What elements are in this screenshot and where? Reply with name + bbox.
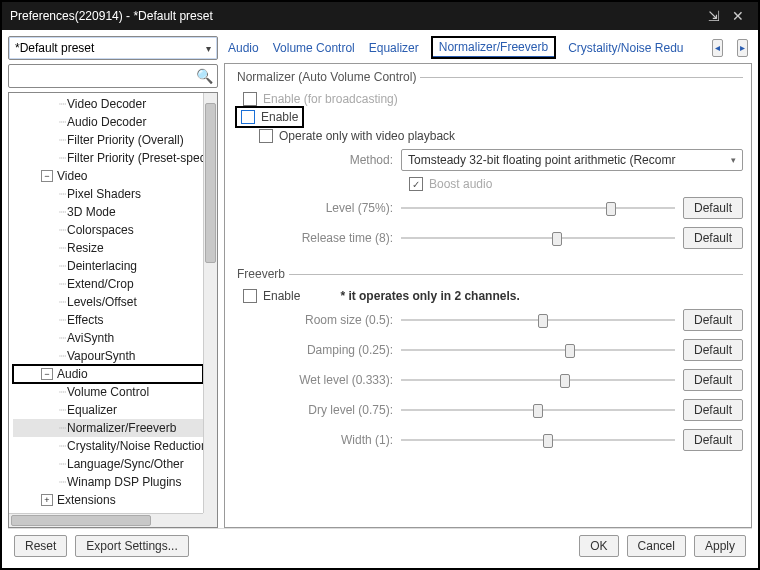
wet-default-button[interactable]: Default bbox=[683, 369, 743, 391]
dry-slider[interactable] bbox=[401, 403, 675, 417]
cancel-button[interactable]: Cancel bbox=[627, 535, 686, 557]
tabs-scroll-right-button[interactable]: ▸ bbox=[737, 39, 748, 57]
tab-normalizer-freeverb[interactable]: Normalizer/Freeverb bbox=[433, 38, 554, 57]
tab-crystality-noise-redu[interactable]: Crystality/Noise Redu bbox=[568, 41, 683, 55]
checkbox-icon bbox=[409, 177, 423, 191]
tree-item-pixel-shaders[interactable]: ┈Pixel Shaders bbox=[13, 185, 203, 203]
method-label: Method: bbox=[233, 153, 393, 167]
preset-selected: *Default preset bbox=[15, 41, 94, 55]
tab-audio[interactable]: Audio bbox=[228, 41, 259, 55]
tree-item-deinterlacing[interactable]: ┈Deinterlacing bbox=[13, 257, 203, 275]
tree-item-language-sync-other[interactable]: ┈Language/Sync/Other bbox=[13, 455, 203, 473]
width-row: Width (1): Default bbox=[233, 425, 743, 455]
chevron-down-icon: ▾ bbox=[731, 155, 736, 165]
checkbox-icon bbox=[243, 92, 257, 106]
collapse-icon: − bbox=[41, 368, 53, 380]
width-default-button[interactable]: Default bbox=[683, 429, 743, 451]
freeverb-note: * it operates only in 2 channels. bbox=[340, 289, 519, 303]
tree-item-video-decoder[interactable]: ┈Video Decoder bbox=[13, 95, 203, 113]
category-tree: ┈Video Decoder┈Audio Decoder┈Filter Prio… bbox=[8, 92, 218, 528]
expand-icon: + bbox=[41, 494, 53, 506]
damping-label: Damping (0.25): bbox=[233, 343, 393, 357]
search-box[interactable]: 🔍 bbox=[8, 64, 218, 88]
tree-item-avisynth[interactable]: ┈AviSynth bbox=[13, 329, 203, 347]
tree-item-extend-crop[interactable]: ┈Extend/Crop bbox=[13, 275, 203, 293]
room-label: Room size (0.5): bbox=[233, 313, 393, 327]
tree-item-winamp-dsp-plugins[interactable]: ┈Winamp DSP Plugins bbox=[13, 473, 203, 491]
preset-dropdown[interactable]: *Default preset ▾ bbox=[8, 36, 218, 60]
level-label: Level (75%): bbox=[233, 201, 393, 215]
tree-item-equalizer[interactable]: ┈Equalizer bbox=[13, 401, 203, 419]
level-default-button[interactable]: Default bbox=[683, 197, 743, 219]
freeverb-legend: Freeverb bbox=[233, 267, 289, 281]
tree-item--d-mode[interactable]: ┈3D Mode bbox=[13, 203, 203, 221]
checkbox-icon bbox=[243, 289, 257, 303]
tree-item-normalizer-freeverb[interactable]: ┈Normalizer/Freeverb bbox=[13, 419, 203, 437]
ok-button[interactable]: OK bbox=[579, 535, 618, 557]
width-label: Width (1): bbox=[233, 433, 393, 447]
enable-broadcast-checkbox[interactable]: Enable (for broadcasting) bbox=[233, 90, 743, 108]
collapse-icon: − bbox=[41, 170, 53, 182]
tabs-scroll-left-button[interactable]: ◂ bbox=[712, 39, 723, 57]
release-row: Release time (8): Default bbox=[233, 223, 743, 253]
tree-branch-video[interactable]: −Video bbox=[13, 167, 203, 185]
tree-branch-extensions[interactable]: +Extensions bbox=[13, 491, 203, 509]
tree-item-filter-priority-preset-specifi[interactable]: ┈Filter Priority (Preset-specifi bbox=[13, 149, 203, 167]
freeverb-group: Freeverb Enable * it operates only in 2 … bbox=[233, 267, 743, 459]
damping-row: Damping (0.25): Default bbox=[233, 335, 743, 365]
pin-icon[interactable]: ⇲ bbox=[702, 8, 726, 24]
only-video-checkbox[interactable]: Operate only with video playback bbox=[233, 127, 743, 145]
tree-branch-audio[interactable]: −Audio bbox=[13, 365, 203, 383]
tree-item-volume-control[interactable]: ┈Volume Control bbox=[13, 383, 203, 401]
search-icon: 🔍 bbox=[196, 68, 213, 84]
damping-default-button[interactable]: Default bbox=[683, 339, 743, 361]
checkbox-icon bbox=[241, 110, 255, 124]
apply-button[interactable]: Apply bbox=[694, 535, 746, 557]
export-settings-button[interactable]: Export Settings... bbox=[75, 535, 188, 557]
settings-pane: Normalizer (Auto Volume Control) Enable … bbox=[224, 63, 752, 528]
damping-slider[interactable] bbox=[401, 343, 675, 357]
tree-item-audio-decoder[interactable]: ┈Audio Decoder bbox=[13, 113, 203, 131]
search-input[interactable] bbox=[13, 69, 196, 83]
release-label: Release time (8): bbox=[233, 231, 393, 245]
checkbox-icon bbox=[259, 129, 273, 143]
tree-item-crystality-noise-reduction[interactable]: ┈Crystality/Noise Reduction bbox=[13, 437, 203, 455]
tree-hscroll[interactable] bbox=[9, 513, 203, 527]
level-slider[interactable] bbox=[401, 201, 675, 215]
normalizer-enable-checkbox[interactable]: Enable bbox=[237, 108, 302, 126]
tab-volume-control[interactable]: Volume Control bbox=[273, 41, 355, 55]
width-slider[interactable] bbox=[401, 433, 675, 447]
tab-equalizer[interactable]: Equalizer bbox=[369, 41, 419, 55]
freeverb-enable-checkbox[interactable]: Enable bbox=[233, 287, 300, 305]
chevron-down-icon: ▾ bbox=[206, 43, 211, 54]
tree-item-levels-offset[interactable]: ┈Levels/Offset bbox=[13, 293, 203, 311]
tree-item-filter-priority-overall-[interactable]: ┈Filter Priority (Overall) bbox=[13, 131, 203, 149]
titlebar: Preferences(220914) - *Default preset ⇲ … bbox=[2, 2, 758, 30]
method-row: Method: Tomsteady 32-bit floating point … bbox=[233, 145, 743, 175]
dry-row: Dry level (0.75): Default bbox=[233, 395, 743, 425]
window-title: Preferences(220914) - *Default preset bbox=[10, 9, 702, 23]
tree-item-effects[interactable]: ┈Effects bbox=[13, 311, 203, 329]
wet-slider[interactable] bbox=[401, 373, 675, 387]
release-default-button[interactable]: Default bbox=[683, 227, 743, 249]
room-row: Room size (0.5): Default bbox=[233, 305, 743, 335]
boost-audio-checkbox[interactable]: Boost audio bbox=[233, 175, 743, 193]
tab-strip: AudioVolume ControlEqualizerNormalizer/F… bbox=[224, 36, 752, 63]
tree-item-resize[interactable]: ┈Resize bbox=[13, 239, 203, 257]
level-row: Level (75%): Default bbox=[233, 193, 743, 223]
normalizer-legend: Normalizer (Auto Volume Control) bbox=[233, 70, 420, 84]
bottom-bar: Reset Export Settings... OK Cancel Apply bbox=[8, 528, 752, 562]
close-icon[interactable]: ✕ bbox=[726, 8, 750, 24]
dry-label: Dry level (0.75): bbox=[233, 403, 393, 417]
tree-vscroll[interactable] bbox=[203, 93, 217, 513]
tree-item-vapoursynth[interactable]: ┈VapourSynth bbox=[13, 347, 203, 365]
tree-item-colorspaces[interactable]: ┈Colorspaces bbox=[13, 221, 203, 239]
room-default-button[interactable]: Default bbox=[683, 309, 743, 331]
method-dropdown[interactable]: Tomsteady 32-bit floating point arithmet… bbox=[401, 149, 743, 171]
room-slider[interactable] bbox=[401, 313, 675, 327]
wet-row: Wet level (0.333): Default bbox=[233, 365, 743, 395]
reset-button[interactable]: Reset bbox=[14, 535, 67, 557]
dry-default-button[interactable]: Default bbox=[683, 399, 743, 421]
wet-label: Wet level (0.333): bbox=[233, 373, 393, 387]
release-slider[interactable] bbox=[401, 231, 675, 245]
